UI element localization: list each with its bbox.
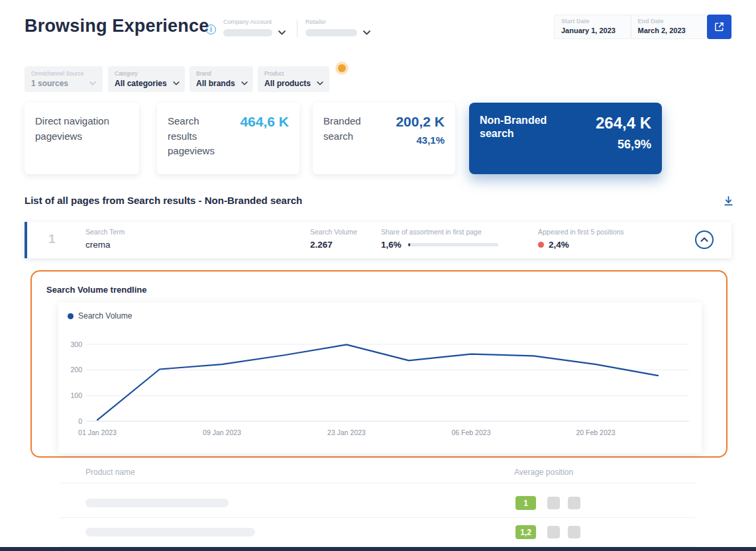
company-account-selector[interactable]: Company Account xyxy=(223,19,286,36)
search-term-label: Search Term xyxy=(85,228,125,236)
filter-label: Product xyxy=(264,70,323,77)
kpi-card-non-branded-search-selected[interactable]: Non-Branded search 264,4 K 56,9% xyxy=(469,103,662,174)
filter-category[interactable]: Category All categories xyxy=(108,66,185,92)
share-of-assortment-label: Share of assortment in first page xyxy=(381,228,498,236)
retailer-value-redacted xyxy=(305,29,357,36)
row-rank: 1 xyxy=(48,232,56,246)
kpi-label: Direct navigation pageviews xyxy=(35,114,129,144)
share-progress-track xyxy=(408,243,498,246)
svg-text:06 Feb 2023: 06 Feb 2023 xyxy=(452,428,491,436)
first-positions-label: Appeared in first 5 positions xyxy=(538,228,624,236)
retailer-selector[interactable]: Retailer xyxy=(305,19,370,36)
first-positions-value: 2,4% xyxy=(549,240,569,250)
svg-text:20 Feb 2023: 20 Feb 2023 xyxy=(576,428,616,436)
filter-value: All products xyxy=(264,79,311,88)
legend-label: Search Volume xyxy=(78,311,132,321)
retailer-label: Retailer xyxy=(305,19,370,25)
end-date-label: End Date xyxy=(638,18,701,25)
svg-text:100: 100 xyxy=(70,391,82,399)
share-progress-fill xyxy=(408,243,410,246)
kpi-value: 200,2 K xyxy=(396,114,445,130)
browsing-experience-page: Browsing Experience i Company Account Re… xyxy=(0,0,756,551)
kpi-value: 464,6 K xyxy=(240,114,289,163)
chevron-down-icon xyxy=(278,30,286,35)
start-date-value: January 1, 2023 xyxy=(561,26,624,34)
legend-dot xyxy=(68,313,74,319)
red-status-dot xyxy=(538,242,544,248)
company-account-label: Company Account xyxy=(223,19,286,25)
table-divider xyxy=(60,483,696,483)
chevron-down-icon xyxy=(173,81,180,85)
start-date-field[interactable]: Start Date January 1, 2023 xyxy=(555,15,631,38)
position-placeholder xyxy=(547,526,560,538)
product-name-redacted xyxy=(85,499,229,507)
filter-brand[interactable]: Brand All brands xyxy=(189,66,253,92)
average-position-badge: 1,2 xyxy=(515,525,536,539)
filter-value: All brands xyxy=(196,79,235,88)
chevron-down-icon xyxy=(363,30,370,35)
footer-bar xyxy=(0,547,756,551)
average-position-badge: 1 xyxy=(515,496,536,510)
chevron-down-icon xyxy=(89,81,96,85)
chevron-down-icon xyxy=(317,81,323,85)
product-name-redacted xyxy=(85,528,255,536)
kpi-value: 264,4 K xyxy=(596,114,651,132)
column-header-product-name: Product name xyxy=(85,468,135,477)
search-volume-line-chart: 010020030001 Jan 202309 Jan 202323 Jan 2… xyxy=(58,329,701,452)
legend-item-search-volume[interactable]: Search Volume xyxy=(68,311,132,321)
kpi-card-search-results[interactable]: Search results pageviews 464,6 K xyxy=(157,103,299,174)
svg-text:0: 0 xyxy=(78,417,82,425)
info-icon[interactable]: i xyxy=(206,25,216,34)
search-term-row[interactable]: 1 Search Term crema Search Volume 2.267 … xyxy=(25,222,731,258)
header-divider xyxy=(297,20,297,37)
chevron-down-icon xyxy=(241,81,248,85)
svg-text:200: 200 xyxy=(70,366,82,374)
svg-text:01 Jan 2023: 01 Jan 2023 xyxy=(78,428,117,436)
kpi-share: 56,9% xyxy=(596,138,651,152)
share-of-assortment-value: 1,6% xyxy=(381,240,402,250)
end-date-value: March 2, 2023 xyxy=(638,26,701,34)
start-date-label: Start Date xyxy=(561,18,624,25)
section-title: List of all pages from Search results - … xyxy=(25,195,302,206)
onboarding-beacon[interactable] xyxy=(338,64,346,72)
kpi-label: Search results pageviews xyxy=(168,114,229,163)
date-range-picker[interactable]: Start Date January 1, 2023 End Date Marc… xyxy=(554,15,707,39)
download-button[interactable] xyxy=(721,193,735,208)
search-volume-label: Search Volume xyxy=(310,228,357,236)
filter-product[interactable]: Product All products xyxy=(258,66,329,92)
chevron-up-icon xyxy=(700,237,708,242)
filter-label: Category xyxy=(115,70,178,77)
filter-label: Brand xyxy=(196,70,246,77)
filter-omnichannel-source[interactable]: Omnichannel Source 1 sources xyxy=(25,66,103,92)
company-account-value-redacted xyxy=(223,29,272,36)
position-placeholder xyxy=(547,497,560,509)
svg-text:300: 300 xyxy=(70,340,82,348)
column-header-average-position: Average position xyxy=(514,468,573,477)
search-volume-value: 2.267 xyxy=(310,240,357,250)
page-title: Browsing Experience xyxy=(25,16,209,36)
filter-value: All categories xyxy=(115,79,167,88)
filter-value: 1 sources xyxy=(31,79,68,88)
kpi-label: Branded search xyxy=(323,114,380,163)
search-volume-trendline-panel: Search Volume trendline Search Volume 01… xyxy=(30,270,728,458)
trendline-chart-card: Search Volume 010020030001 Jan 202309 Ja… xyxy=(58,303,702,454)
collapse-row-button[interactable] xyxy=(695,230,714,249)
kpi-label: Non-Branded search xyxy=(480,114,559,163)
trendline-title: Search Volume trendline xyxy=(46,285,146,295)
svg-text:23 Jan 2023: 23 Jan 2023 xyxy=(327,428,366,436)
svg-text:09 Jan 2023: 09 Jan 2023 xyxy=(203,428,241,436)
export-button[interactable] xyxy=(707,15,731,39)
end-date-field[interactable]: End Date March 2, 2023 xyxy=(631,15,708,38)
export-icon xyxy=(714,21,725,32)
download-icon xyxy=(723,195,734,207)
filter-label: Omnichannel Source xyxy=(31,70,96,77)
kpi-card-direct-navigation[interactable]: Direct navigation pageviews xyxy=(25,103,139,174)
position-placeholder xyxy=(568,497,580,509)
kpi-card-branded-search[interactable]: Branded search 200,2 K 43,1% xyxy=(313,103,455,174)
search-term-value: crema xyxy=(85,240,125,250)
kpi-share: 43,1% xyxy=(396,134,445,146)
position-placeholder xyxy=(568,526,580,538)
